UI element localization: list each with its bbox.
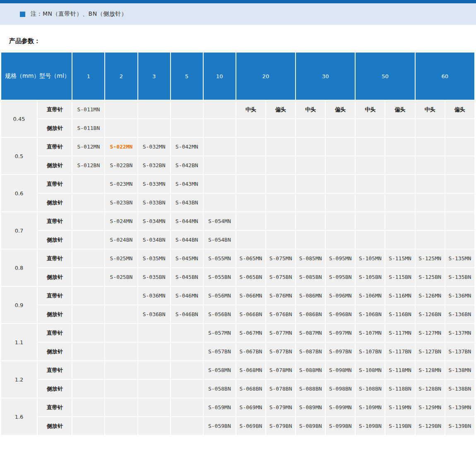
model-cell: S-119BN: [385, 417, 414, 435]
table-row: 0.45直带针S-011MN中头偏头中头偏头中头偏头中头偏头: [1, 101, 474, 118]
empty-cell: [356, 194, 385, 211]
model-cell: S-077MN: [266, 324, 295, 342]
empty-cell: [72, 194, 104, 211]
model-cell: S-129BN: [416, 417, 445, 435]
empty-cell: [138, 101, 170, 118]
table-row: 0.9直带针S-036MNS-046MNS-056MNS-066MNS-076M…: [1, 287, 474, 305]
model-cell: S-087MN: [296, 324, 325, 342]
model-cell: S-022BN: [105, 156, 137, 174]
model-cell: S-069BN: [236, 417, 265, 435]
empty-cell: [356, 231, 385, 249]
needle-type-cell: 侧放针: [38, 380, 72, 398]
model-cell-highlighted[interactable]: S-022MN: [105, 138, 137, 156]
model-cell: S-086MN: [296, 287, 325, 305]
model-cell: S-128MN: [416, 361, 445, 379]
empty-cell: [416, 138, 445, 156]
spec-cell: 0.7: [1, 212, 37, 249]
model-cell: S-011MN: [72, 101, 104, 118]
empty-cell: [236, 138, 265, 156]
table-row: 侧放针S-059BNS-069BNS-079BNS-089BNS-099BNS-…: [1, 417, 474, 435]
head-type-subheader: 偏头: [326, 101, 355, 118]
needle-type-cell: 直带针: [38, 101, 72, 118]
model-cell: S-106MN: [356, 287, 385, 305]
model-cell: S-066BN: [236, 305, 265, 323]
empty-cell: [356, 119, 385, 137]
volume-header-1: 1: [72, 53, 104, 100]
spec-cell: 0.8: [1, 249, 37, 286]
model-cell: S-108BN: [356, 380, 385, 398]
empty-cell: [236, 119, 265, 137]
note-bullet-icon: [20, 12, 25, 17]
model-cell: S-126MN: [416, 287, 445, 305]
model-cell: S-034MN: [138, 212, 170, 230]
needle-type-cell: 侧放针: [38, 119, 72, 137]
empty-cell: [72, 343, 104, 360]
model-cell: S-075BN: [266, 268, 295, 286]
empty-cell: [416, 194, 445, 211]
empty-cell: [416, 212, 445, 230]
empty-cell: [138, 343, 170, 360]
empty-cell: [204, 194, 236, 211]
model-cell: S-054BN: [204, 231, 236, 249]
empty-cell: [236, 212, 265, 230]
needle-type-cell: 侧放针: [38, 231, 72, 249]
model-cell: S-105MN: [356, 249, 385, 267]
model-cell: S-075MN: [266, 249, 295, 267]
empty-cell: [72, 417, 104, 435]
empty-cell: [266, 194, 295, 211]
model-cell: S-032BN: [138, 156, 170, 174]
model-cell: S-046BN: [171, 305, 203, 323]
table-row: 侧放针S-011BN: [1, 119, 474, 137]
empty-cell: [296, 138, 325, 156]
needle-type-cell: 侧放针: [38, 156, 72, 174]
needle-type-cell: 直带针: [38, 324, 72, 342]
spec-cell: 1.2: [1, 361, 37, 398]
model-cell: S-025BN: [105, 268, 137, 286]
table-row: 1.2直带针S-058MNS-068MNS-078MNS-088MNS-098M…: [1, 361, 474, 379]
model-cell: S-056MN: [204, 287, 236, 305]
spec-cell: 0.5: [1, 138, 37, 174]
empty-cell: [72, 287, 104, 305]
empty-cell: [204, 119, 236, 137]
empty-cell: [385, 231, 414, 249]
empty-cell: [266, 231, 295, 249]
volume-header-3: 3: [138, 53, 170, 100]
empty-cell: [138, 417, 170, 435]
empty-cell: [385, 156, 414, 174]
table-row: 0.6直带针S-023MNS-033MNS-043MN: [1, 175, 474, 193]
spec-cell: 0.6: [1, 175, 37, 211]
empty-cell: [416, 156, 445, 174]
table-row: 侧放针S-036BNS-046BNS-056BNS-066BNS-076BNS-…: [1, 305, 474, 323]
model-cell: S-076BN: [266, 305, 295, 323]
model-cell: S-077BN: [266, 343, 295, 360]
model-cell: S-138BN: [445, 380, 474, 398]
empty-cell: [72, 231, 104, 249]
empty-cell: [171, 101, 203, 118]
empty-cell: [204, 156, 236, 174]
empty-cell: [356, 212, 385, 230]
spec-cell: 1.6: [1, 398, 37, 435]
empty-cell: [138, 324, 170, 342]
empty-cell: [171, 398, 203, 416]
empty-cell: [266, 119, 295, 137]
empty-cell: [266, 138, 295, 156]
top-accent-bar: [0, 0, 476, 3]
empty-cell: [296, 175, 325, 193]
table-row: 0.8直带针S-025MNS-035MNS-045MNS-055MNS-065M…: [1, 249, 474, 267]
empty-cell: [445, 194, 474, 211]
model-cell: S-035BN: [138, 268, 170, 286]
model-cell: S-098BN: [326, 380, 355, 398]
head-type-subheader: 中头: [416, 101, 445, 118]
model-cell: S-116MN: [385, 287, 414, 305]
model-cell: S-066MN: [236, 287, 265, 305]
model-cell: S-068BN: [236, 380, 265, 398]
empty-cell: [385, 194, 414, 211]
empty-cell: [236, 175, 265, 193]
model-cell: S-059MN: [204, 398, 236, 416]
model-cell: S-034BN: [138, 231, 170, 249]
model-cell: S-088MN: [296, 361, 325, 379]
table-row: 侧放针S-024BNS-034BNS-044BNS-054BN: [1, 231, 474, 249]
empty-cell: [296, 156, 325, 174]
volume-header-30: 30: [296, 53, 355, 100]
empty-cell: [326, 175, 355, 193]
